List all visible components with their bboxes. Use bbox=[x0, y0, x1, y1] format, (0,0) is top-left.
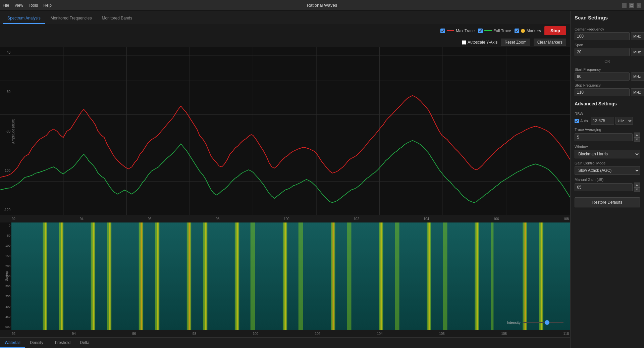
waterfall-section: Sweep 0 50 100 150 200 250 300 350 400 4… bbox=[0, 222, 570, 330]
autoscale-label: Autoscale Y-Axis bbox=[468, 40, 497, 45]
span-label: Span bbox=[575, 43, 640, 47]
sweep-y-axis: 0 50 100 150 200 250 300 350 400 450 500 bbox=[0, 222, 11, 330]
manual-gain-spinners: ▲ ▼ bbox=[634, 183, 640, 192]
wx-label-92: 92 bbox=[12, 332, 15, 336]
wx-label-100: 100 bbox=[253, 332, 258, 336]
app-body: Spectrum Analysis Monitored Frequencies … bbox=[0, 11, 644, 348]
bottom-tab-waterfall[interactable]: Waterfall bbox=[0, 338, 25, 348]
spectrum-x-labels: 92 94 96 98 100 102 104 106 108 bbox=[12, 217, 569, 221]
rbw-unit[interactable]: kHz MHz bbox=[615, 117, 633, 125]
full-trace-line-green bbox=[0, 141, 570, 203]
tab-monitored-bands[interactable]: Monitored Bands bbox=[97, 13, 137, 24]
reset-zoom-button[interactable]: Reset Zoom bbox=[501, 39, 530, 46]
gain-control-row: Slow Attack (AGC) Fast Attack (AGC) Manu… bbox=[575, 166, 640, 175]
waterfall-svg[interactable] bbox=[11, 222, 570, 330]
maximize-button[interactable]: □ bbox=[629, 3, 634, 8]
main-panel: Spectrum Analysis Monitored Frequencies … bbox=[0, 11, 570, 348]
advanced-settings-title: Advanced Settings bbox=[575, 101, 640, 106]
tab-spectrum-analysis[interactable]: Spectrum Analysis bbox=[3, 13, 45, 24]
minimize-button[interactable]: – bbox=[622, 3, 627, 8]
app-title: Rational Waves bbox=[307, 3, 337, 8]
spectrum-svg[interactable] bbox=[0, 47, 570, 215]
bottom-tab-bar: Waterfall Density Threshold Delta bbox=[0, 337, 570, 348]
window-select[interactable]: Blackman Harris Hanning Rectangular Hamm… bbox=[575, 150, 640, 158]
center-frequency-unit[interactable]: MHz kHz GHz bbox=[631, 32, 644, 40]
menu-help[interactable]: Help bbox=[43, 3, 52, 8]
span-unit[interactable]: MHz kHz GHz bbox=[631, 48, 644, 56]
wx-label-106: 106 bbox=[439, 332, 445, 336]
trace-averaging-down[interactable]: ▼ bbox=[634, 137, 640, 142]
span-input[interactable] bbox=[575, 48, 630, 56]
manual-gain-down[interactable]: ▼ bbox=[634, 187, 640, 192]
sweep-100: 100 bbox=[0, 244, 11, 247]
start-frequency-input[interactable] bbox=[575, 72, 630, 81]
full-trace-legend: Full Trace bbox=[478, 29, 511, 33]
sweep-400: 400 bbox=[0, 305, 11, 308]
close-button[interactable]: × bbox=[637, 3, 641, 8]
stop-frequency-input[interactable] bbox=[575, 88, 630, 96]
stop-frequency-unit[interactable]: MHz kHz GHz bbox=[631, 88, 644, 96]
markers-checkbox[interactable] bbox=[515, 29, 519, 33]
max-trace-checkbox[interactable] bbox=[440, 29, 445, 33]
manual-gain-label: Manual Gain (dB) bbox=[575, 178, 640, 182]
sweep-450: 450 bbox=[0, 315, 11, 318]
autoscale-checkbox[interactable] bbox=[462, 40, 466, 45]
wx-label-98: 98 bbox=[193, 332, 196, 336]
sweep-200: 200 bbox=[0, 264, 11, 268]
start-frequency-unit[interactable]: MHz kHz GHz bbox=[631, 72, 644, 81]
max-trace-legend: Max Trace bbox=[440, 29, 475, 33]
sweep-500: 500 bbox=[0, 325, 11, 329]
menu-view[interactable]: View bbox=[14, 3, 23, 8]
svg-rect-52 bbox=[11, 222, 570, 330]
center-frequency-label: Center Frequency bbox=[575, 27, 640, 31]
restore-defaults-button[interactable]: Restore Defaults bbox=[575, 197, 640, 207]
trace-averaging-input[interactable] bbox=[575, 133, 633, 141]
trace-averaging-up[interactable]: ▲ bbox=[634, 133, 640, 137]
gain-control-select[interactable]: Slow Attack (AGC) Fast Attack (AGC) Manu… bbox=[575, 166, 640, 175]
wx-label-104: 104 bbox=[377, 332, 383, 336]
x-label-104: 104 bbox=[424, 217, 429, 221]
wx-label-96: 96 bbox=[132, 332, 136, 336]
sweep-50: 50 bbox=[0, 234, 11, 237]
gain-control-label: Gain Control Mode bbox=[575, 161, 640, 165]
rbw-label: RBW bbox=[575, 112, 640, 116]
max-trace-line-red bbox=[0, 96, 570, 178]
max-trace-line bbox=[447, 30, 454, 31]
bottom-tab-density[interactable]: Density bbox=[25, 338, 48, 348]
full-trace-label: Full Trace bbox=[493, 29, 511, 33]
trace-averaging-label: Trace Averaging bbox=[575, 128, 640, 132]
sweep-300: 300 bbox=[0, 285, 11, 288]
stop-button[interactable]: Stop bbox=[544, 26, 566, 35]
spectrum-chart-area[interactable]: -40 -60 -80 -100 -120 Amplitude (dBm) bbox=[0, 47, 570, 215]
intensity-slider[interactable] bbox=[523, 322, 564, 323]
start-frequency-row: MHz kHz GHz bbox=[575, 72, 640, 81]
menu-file[interactable]: File bbox=[3, 3, 9, 8]
waterfall-x-labels: 92 94 96 98 100 102 104 106 108 110 bbox=[12, 332, 569, 336]
bottom-tab-delta[interactable]: Delta bbox=[75, 338, 94, 348]
trace-averaging-row: ▲ ▼ bbox=[575, 133, 640, 142]
manual-gain-input[interactable] bbox=[575, 183, 633, 191]
span-row: MHz kHz GHz bbox=[575, 48, 640, 56]
bottom-tab-threshold[interactable]: Threshold bbox=[48, 338, 75, 348]
rbw-value-input[interactable] bbox=[591, 117, 614, 125]
rbw-auto-checkbox[interactable] bbox=[575, 119, 579, 123]
center-frequency-input[interactable] bbox=[575, 32, 630, 40]
clear-markers-button[interactable]: Clear Markers bbox=[534, 39, 566, 46]
tab-monitored-frequencies[interactable]: Monitored Frequencies bbox=[46, 13, 97, 24]
wx-label-94: 94 bbox=[72, 332, 76, 336]
x-label-92: 92 bbox=[12, 217, 15, 221]
full-trace-checkbox[interactable] bbox=[478, 29, 483, 33]
menu-tools[interactable]: Tools bbox=[29, 3, 38, 8]
sweep-350: 350 bbox=[0, 295, 11, 298]
manual-gain-up[interactable]: ▲ bbox=[634, 183, 640, 187]
x-label-98: 98 bbox=[216, 217, 219, 221]
wx-label-102: 102 bbox=[315, 332, 321, 336]
stop-frequency-label: Stop Frequency bbox=[575, 83, 640, 87]
spectrum-container: Max Trace Full Trace Markers Stop bbox=[0, 24, 570, 348]
menu-bar[interactable]: File View Tools Help bbox=[3, 3, 52, 8]
right-panel: Scan Settings Center Frequency MHz kHz G… bbox=[570, 11, 644, 348]
autoscale-container: Autoscale Y-Axis bbox=[462, 40, 497, 45]
window-controls[interactable]: – □ × bbox=[622, 3, 641, 8]
manual-gain-row: ▲ ▼ bbox=[575, 183, 640, 192]
markers-label: Markers bbox=[527, 29, 541, 33]
